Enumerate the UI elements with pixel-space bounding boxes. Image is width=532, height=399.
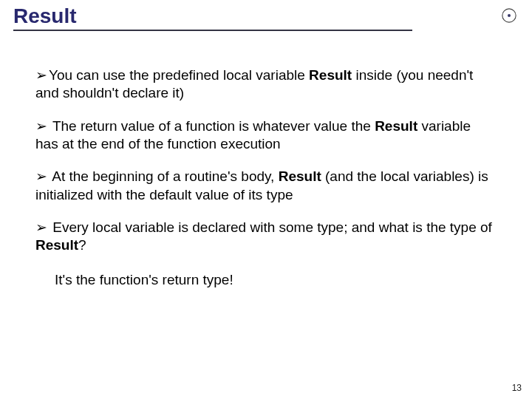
bullet-2-keyword: Result: [375, 118, 417, 134]
bullet-4-text-a: Every local variable is declared with so…: [49, 219, 492, 235]
svg-point-1: [508, 14, 511, 17]
bullet-arrow-icon: ➢: [35, 219, 47, 235]
bullet-3: ➢ At the beginning of a routine's body, …: [35, 168, 497, 204]
bullet-arrow-icon: ➢: [35, 67, 47, 83]
slide: Result ➢You can use the predefined local…: [0, 0, 532, 399]
slide-body: ➢You can use the predefined local variab…: [0, 31, 532, 289]
bullet-arrow-icon: ➢: [35, 118, 47, 134]
logo-icon: [501, 7, 517, 24]
bullet-4: ➢ Every local variable is declared with …: [35, 219, 497, 255]
answer-line: It's the function's return type!: [35, 271, 497, 289]
title-container: Result: [0, 0, 532, 31]
bullet-4-text-b: ?: [78, 237, 86, 253]
bullet-4-keyword: Result: [35, 237, 78, 253]
bullet-1-text-a: You can use the predefined local variabl…: [49, 67, 309, 83]
bullet-1-keyword: Result: [309, 67, 352, 83]
bullet-arrow-icon: ➢: [35, 168, 47, 184]
bullet-3-keyword: Result: [279, 168, 321, 184]
bullet-1: ➢You can use the predefined local variab…: [35, 66, 497, 103]
bullet-3-text-a: At the beginning of a routine's body,: [49, 168, 279, 184]
slide-title: Result: [13, 4, 412, 31]
bullet-2: ➢ The return value of a function is what…: [35, 117, 497, 154]
bullet-2-text-a: The return value of a function is whatev…: [49, 118, 375, 134]
page-number: 13: [512, 383, 522, 393]
